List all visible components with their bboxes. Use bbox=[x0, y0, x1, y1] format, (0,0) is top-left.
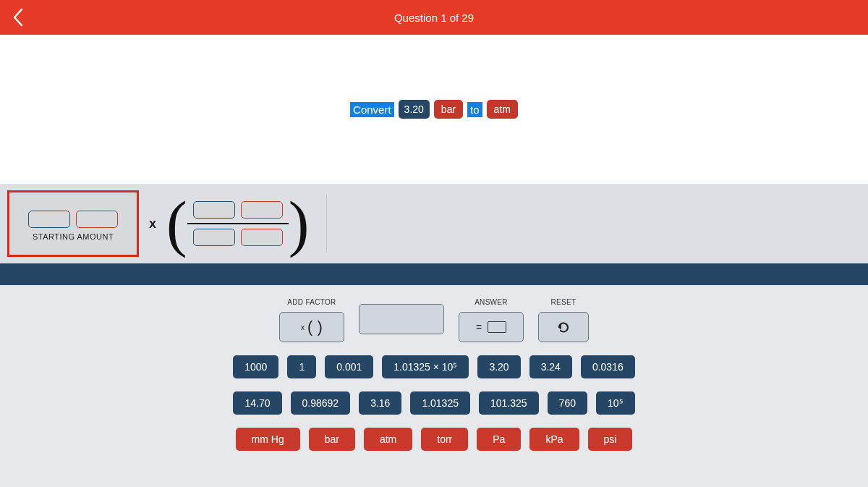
numerator-unit-slot[interactable] bbox=[241, 201, 283, 219]
equation-bar: STARTING AMOUNT x ( ) bbox=[0, 184, 868, 263]
number-button-6[interactable]: 0.0316 bbox=[581, 355, 635, 378]
number-button-1[interactable]: 0.98692 bbox=[291, 391, 351, 415]
unit-row: mm HgbaratmtorrPakPapsi bbox=[236, 428, 633, 451]
left-paren-icon: ( bbox=[166, 192, 187, 255]
number-button-1[interactable]: 1 bbox=[287, 355, 316, 378]
undo-icon bbox=[555, 318, 572, 336]
number-button-0[interactable]: 1000 bbox=[233, 355, 278, 378]
numerator-value-slot[interactable] bbox=[193, 201, 235, 219]
action-row: ADD FACTOR x ( ) ANSWER = bbox=[279, 298, 589, 342]
times-symbol: x bbox=[149, 216, 156, 232]
fraction bbox=[187, 201, 289, 246]
convert-value: 3.20 bbox=[399, 100, 430, 119]
right-paren-icon: ) bbox=[289, 192, 310, 255]
back-button[interactable] bbox=[12, 7, 25, 27]
add-factor-label: ADD FACTOR bbox=[287, 298, 336, 306]
from-unit: bar bbox=[434, 100, 463, 119]
unit-button-1[interactable]: bar bbox=[309, 428, 355, 451]
number-button-3[interactable]: 1.01325 × 10⁵ bbox=[382, 355, 469, 378]
number-button-2[interactable]: 3.16 bbox=[359, 391, 401, 415]
convert-label: Convert bbox=[350, 102, 394, 117]
number-button-5[interactable]: 3.24 bbox=[529, 355, 572, 378]
number-button-4[interactable]: 3.20 bbox=[477, 355, 520, 378]
number-button-6[interactable]: 10⁵ bbox=[596, 391, 635, 415]
chevron-left-icon bbox=[12, 7, 25, 27]
unit-button-3[interactable]: torr bbox=[421, 428, 468, 451]
conversion-factor: ( ) bbox=[166, 192, 309, 255]
unit-button-0[interactable]: mm Hg bbox=[236, 428, 300, 451]
to-unit: atm bbox=[487, 100, 518, 119]
question-counter: Question 1 of 29 bbox=[394, 12, 474, 24]
starting-value-slot[interactable] bbox=[28, 211, 70, 228]
unit-button-5[interactable]: kPa bbox=[529, 428, 579, 451]
number-button-0[interactable]: 14.70 bbox=[233, 391, 281, 415]
keypad-area: ADD FACTOR x ( ) ANSWER = bbox=[0, 285, 868, 487]
number-row-1: 100010.0011.01325 × 10⁵3.203.240.0316 bbox=[233, 355, 634, 378]
number-row-2: 14.700.986923.161.01325101.32576010⁵ bbox=[233, 391, 634, 415]
answer-button[interactable]: = bbox=[459, 312, 524, 342]
vertical-divider bbox=[326, 195, 327, 253]
denominator-unit-slot[interactable] bbox=[241, 229, 283, 246]
number-button-3[interactable]: 1.01325 bbox=[410, 391, 470, 415]
reset-label: RESET bbox=[551, 298, 576, 306]
unit-button-4[interactable]: Pa bbox=[477, 428, 521, 451]
header-bar: Question 1 of 29 bbox=[0, 0, 868, 35]
number-button-5[interactable]: 760 bbox=[548, 391, 587, 415]
to-label: to bbox=[467, 102, 482, 117]
unit-button-2[interactable]: atm bbox=[364, 428, 412, 451]
number-button-4[interactable]: 101.325 bbox=[479, 391, 539, 415]
number-button-2[interactable]: 0.001 bbox=[325, 355, 373, 378]
fraction-bar bbox=[187, 223, 289, 224]
reset-button[interactable] bbox=[538, 312, 589, 342]
starting-amount-label: STARTING AMOUNT bbox=[33, 232, 114, 241]
add-factor-button[interactable]: x ( ) bbox=[279, 312, 344, 342]
blank-button[interactable] bbox=[359, 304, 444, 334]
starting-amount-box[interactable]: STARTING AMOUNT bbox=[7, 190, 139, 257]
answer-label: ANSWER bbox=[475, 298, 508, 306]
unit-button-6[interactable]: psi bbox=[588, 428, 633, 451]
separator-band bbox=[0, 263, 868, 285]
starting-unit-slot[interactable] bbox=[76, 211, 118, 228]
answer-box-icon bbox=[488, 321, 506, 333]
question-prompt: Convert 3.20 bar to atm bbox=[0, 35, 868, 184]
denominator-value-slot[interactable] bbox=[193, 229, 235, 246]
